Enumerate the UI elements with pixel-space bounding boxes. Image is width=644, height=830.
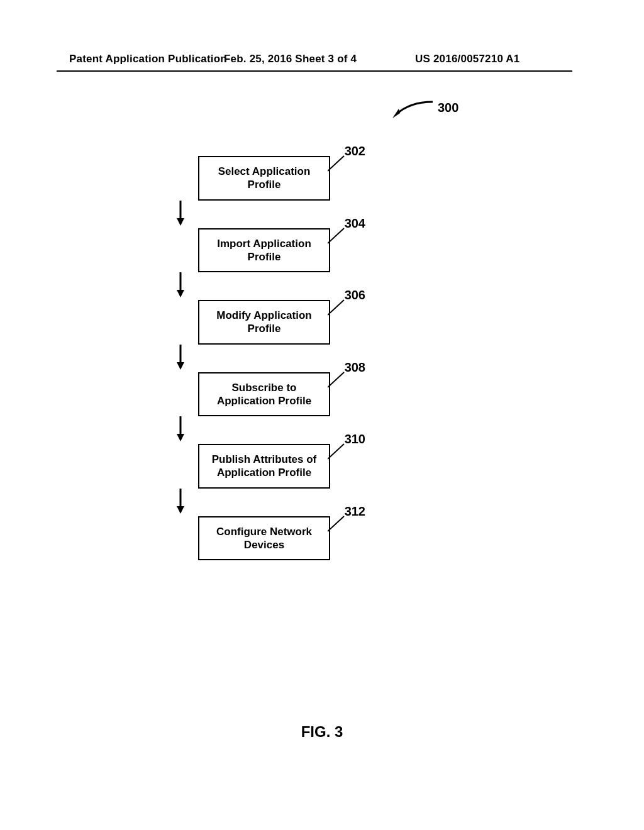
- arrow-down-icon: [176, 489, 185, 514]
- figure-label: FIG. 3: [0, 723, 644, 741]
- step-ref: 310: [345, 431, 365, 447]
- step-302: 302 Select Application Profile: [198, 156, 330, 201]
- figure-reference-number: 300: [438, 101, 458, 115]
- step-ref: 312: [345, 504, 365, 519]
- header-left: Patent Application Publication: [69, 53, 227, 65]
- svg-marker-9: [177, 362, 184, 370]
- svg-marker-15: [177, 506, 184, 514]
- svg-marker-12: [177, 434, 184, 441]
- step-text: Configure Network Devices: [216, 526, 312, 551]
- svg-line-4: [328, 228, 344, 243]
- header-right: US 2016/0057210 A1: [415, 53, 520, 65]
- page: Patent Application Publication Feb. 25, …: [0, 0, 644, 830]
- step-ref: 304: [345, 216, 365, 231]
- svg-marker-6: [177, 290, 184, 297]
- step-text: Subscribe to Application Profile: [217, 382, 311, 407]
- arrow-down-icon: [176, 201, 185, 226]
- step-ref: 306: [345, 287, 365, 303]
- arrow-down-icon: [176, 345, 185, 370]
- svg-line-1: [328, 156, 344, 171]
- svg-marker-3: [177, 218, 184, 226]
- step-308: 308 Subscribe to Application Profile: [198, 372, 330, 417]
- step-312: 312 Configure Network Devices: [198, 516, 330, 561]
- svg-line-7: [328, 300, 344, 315]
- flowchart: 302 Select Application Profile 304 Impor…: [176, 156, 352, 560]
- header-rule: [57, 70, 572, 72]
- swoosh-arrow-icon: [390, 99, 434, 118]
- step-306: 306 Modify Application Profile: [198, 300, 330, 345]
- arrow-down-icon: [176, 416, 185, 441]
- step-text: Publish Attributes of Application Profil…: [212, 453, 317, 479]
- step-text: Import Application Profile: [217, 238, 311, 263]
- figure-reference-300: 300: [390, 99, 465, 124]
- arrow-down-icon: [176, 272, 185, 297]
- svg-marker-0: [392, 109, 400, 118]
- step-ref: 302: [345, 143, 365, 159]
- step-text: Modify Application Profile: [216, 309, 311, 335]
- svg-line-16: [328, 516, 344, 531]
- header-center: Feb. 25, 2016 Sheet 3 of 4: [224, 53, 357, 65]
- step-text: Select Application Profile: [218, 165, 311, 191]
- step-304: 304 Import Application Profile: [198, 228, 330, 273]
- step-310: 310 Publish Attributes of Application Pr…: [198, 444, 330, 489]
- svg-line-13: [328, 444, 344, 459]
- step-ref: 308: [345, 360, 365, 375]
- svg-line-10: [328, 372, 344, 387]
